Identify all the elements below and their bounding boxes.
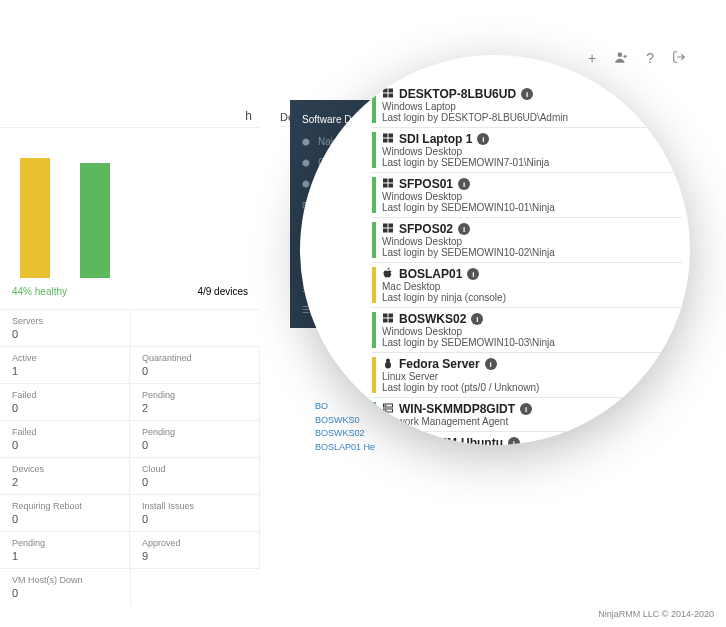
divider: [372, 127, 682, 128]
user-add-icon[interactable]: [614, 50, 628, 67]
stat-value: 0: [12, 587, 118, 599]
divider: [372, 352, 682, 353]
info-icon[interactable]: i: [458, 178, 470, 190]
svg-point-21: [385, 362, 391, 369]
svg-rect-9: [383, 179, 388, 183]
svg-point-25: [385, 405, 386, 406]
svg-rect-19: [383, 319, 388, 323]
device-info: SFPOS01iWindows DesktopLast login by SED…: [382, 177, 682, 213]
info-icon[interactable]: i: [477, 133, 489, 145]
device-name: WIN-SKMMDP8GIDT: [399, 402, 515, 416]
info-icon[interactable]: i: [458, 223, 470, 235]
building-icon: ⬢: [302, 158, 312, 168]
device-last-login: Last login by SEDEMOWIN10-01\Ninja: [382, 202, 682, 213]
device-link[interactable]: BOSWKS0: [315, 414, 375, 428]
stat-label: Approved: [142, 538, 247, 548]
footer-copyright: NinjaRMM LLC © 2014-2020: [598, 609, 714, 619]
device-type: Mac Desktop: [382, 281, 682, 292]
device-link[interactable]: BOSLAP01 He: [315, 441, 375, 455]
device-type: Windows Desktop: [382, 146, 682, 157]
stat-label: Pending: [142, 427, 247, 437]
device-type: Windows Desktop: [382, 191, 682, 202]
svg-rect-6: [389, 134, 394, 138]
svg-point-22: [386, 359, 390, 363]
svg-rect-1: [383, 89, 388, 93]
device-info: SDI Laptop 1iWindows DesktopLast login b…: [382, 132, 682, 168]
device-row[interactable]: BOSWKS02iWindows DesktopLast login by SE…: [372, 310, 682, 350]
device-link[interactable]: BO: [315, 400, 375, 414]
device-row[interactable]: SDI Laptop 1iWindows DesktopLast login b…: [372, 130, 682, 170]
health-panel-title: h: [0, 105, 260, 128]
device-name: SFPOS02: [399, 222, 453, 236]
windows-icon: [382, 177, 394, 191]
device-row[interactable]: SFPOS01iWindows DesktopLast login by SED…: [372, 175, 682, 215]
stat-cell: VM Host(s) Down0: [0, 568, 131, 605]
svg-rect-7: [383, 139, 388, 143]
device-row[interactable]: SFPOS02iWindows DesktopLast login by SED…: [372, 220, 682, 260]
stat-cell: Failed0: [0, 383, 130, 420]
info-icon[interactable]: i: [520, 403, 532, 415]
device-last-login: Last login by SEDEMOWIN10-03\Ninja: [382, 337, 682, 348]
stat-cell: Pending1: [0, 531, 130, 568]
stat-value: 0: [12, 439, 117, 451]
status-indicator: [372, 132, 376, 168]
svg-rect-11: [383, 184, 388, 188]
svg-rect-20: [389, 319, 394, 323]
stat-cell: Active1: [0, 346, 130, 383]
divider: [372, 217, 682, 218]
device-name: BOSWKS02: [399, 312, 466, 326]
device-row[interactable]: BOSLAP01iMac DesktopLast login by ninja …: [372, 265, 682, 305]
svg-rect-16: [389, 229, 394, 233]
divider: [372, 307, 682, 308]
stat-value: 1: [12, 550, 117, 562]
info-icon[interactable]: i: [467, 268, 479, 280]
stat-value: 1: [12, 365, 117, 377]
device-type: Windows Desktop: [382, 326, 682, 337]
healthy-percentage: 44% healthy: [12, 286, 67, 297]
stat-value: 0: [142, 365, 247, 377]
svg-rect-14: [389, 224, 394, 228]
stat-label: Servers: [12, 316, 118, 326]
device-name: Fedora Server: [399, 357, 480, 371]
help-icon[interactable]: ?: [646, 50, 654, 67]
windows-icon: [382, 132, 394, 146]
stat-cell: Approved9: [130, 531, 260, 568]
magnifier-lens: DESKTOP-8LBU6UDiWindows LaptopLast login…: [300, 55, 690, 445]
svg-rect-15: [383, 229, 388, 233]
stat-label: Pending: [142, 390, 247, 400]
linux-icon: [382, 357, 394, 371]
stat-cell: Requiring Reboot0: [0, 494, 130, 531]
top-toolbar: + ?: [588, 50, 686, 67]
svg-rect-8: [389, 139, 394, 143]
stat-value: 9: [142, 550, 247, 562]
stat-label: Failed: [12, 390, 117, 400]
device-name: DESKTOP-8LBU6UD: [399, 87, 516, 101]
device-link[interactable]: BOSWKS02: [315, 427, 375, 441]
stat-cell: Pending2: [130, 383, 260, 420]
stat-label: Pending: [12, 538, 117, 548]
device-type: Windows Desktop: [382, 236, 682, 247]
device-type: Linux Server: [382, 371, 682, 382]
device-name: SDI Laptop 1: [399, 132, 472, 146]
device-name: BOSLAP01: [399, 267, 462, 281]
stat-cell: Install Issues0: [130, 494, 260, 531]
stat-value: 0: [12, 328, 118, 340]
logout-icon[interactable]: [672, 50, 686, 67]
stat-value: 0: [142, 513, 247, 525]
windows-icon: [382, 87, 394, 101]
plus-icon[interactable]: +: [588, 50, 596, 67]
chart-bar: [80, 163, 110, 278]
device-last-login: Last login by SEDEMOWIN7-01\Ninja: [382, 157, 682, 168]
stat-cell: Pending0: [130, 420, 260, 457]
device-info: BOSWKS02iWindows DesktopLast login by SE…: [382, 312, 682, 348]
svg-point-26: [385, 410, 386, 411]
stat-label: Failed: [12, 427, 117, 437]
stat-value: 2: [142, 402, 247, 414]
info-icon[interactable]: i: [471, 313, 483, 325]
divider: [372, 262, 682, 263]
info-icon[interactable]: i: [521, 88, 533, 100]
chart-bar: [20, 158, 50, 278]
svg-point-0: [618, 52, 623, 57]
device-info: BOSLAP01iMac DesktopLast login by ninja …: [382, 267, 682, 303]
info-icon[interactable]: i: [485, 358, 497, 370]
